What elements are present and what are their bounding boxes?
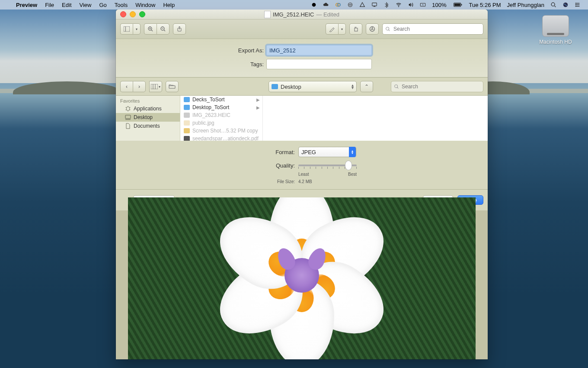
file-row[interactable]: IMG_2623.HEIC [180, 111, 262, 119]
file-row[interactable]: Desktop_ToSort▶ [180, 103, 262, 111]
svg-point-0 [312, 3, 316, 7]
status-black-dot-icon[interactable] [308, 2, 320, 8]
exportas-field[interactable] [266, 45, 372, 55]
titlebar[interactable]: IMG_2512.HEIC — Edited [116, 10, 488, 19]
share-button[interactable] [173, 23, 186, 35]
status-triangle-icon[interactable] [356, 2, 368, 8]
status-cloud-icon[interactable] [320, 2, 332, 8]
status-battery-icon[interactable] [450, 2, 466, 7]
zoom-in-button[interactable] [144, 23, 157, 35]
zoom-button[interactable] [139, 11, 145, 17]
file-row[interactable]: Decks_ToSort▶ [180, 96, 262, 103]
location-popup[interactable]: Desktop ▴▾ [268, 81, 357, 92]
document-proxy-icon [264, 11, 271, 18]
file-name: Decks_ToSort [192, 97, 225, 103]
sidebar-item-applications[interactable]: Applications [116, 104, 180, 113]
file-column: Decks_ToSort▶Desktop_ToSort▶IMG_2623.HEI… [180, 96, 263, 141]
status-volume-icon[interactable] [405, 2, 417, 8]
status-airplay-icon[interactable] [368, 2, 380, 8]
notification-center-icon[interactable] [572, 2, 584, 8]
svg-line-27 [164, 30, 165, 31]
markup-chevron[interactable]: ▾ [338, 23, 346, 35]
desktop-drive[interactable]: Macintosh HD [536, 15, 575, 45]
documents-icon [125, 123, 131, 129]
format-select[interactable]: JPEG ▴▾ [298, 147, 356, 157]
svg-point-5 [398, 6, 399, 7]
slider-thumb[interactable] [345, 161, 352, 170]
status-username[interactable]: Jeff Phungglan [504, 2, 548, 8]
toolbar-search-input[interactable] [393, 26, 480, 32]
slider-max-label: Best [348, 172, 357, 177]
applications-icon [125, 106, 131, 112]
status-bluetooth-icon[interactable] [380, 2, 393, 8]
file-row[interactable]: public.jpg [180, 119, 262, 127]
siri-icon[interactable] [559, 2, 572, 8]
search-icon [394, 84, 399, 89]
file-name: public.jpg [192, 120, 214, 126]
toolbar-search[interactable] [382, 23, 483, 35]
tags-field[interactable] [266, 59, 372, 69]
status-keyboard-icon[interactable]: A [417, 2, 429, 8]
close-button[interactable] [120, 11, 126, 17]
nav-forward-button[interactable]: › [133, 81, 146, 92]
folder-icon [184, 105, 190, 110]
nav-back-button[interactable]: ‹ [120, 81, 133, 92]
search-icon [385, 26, 390, 32]
zoom-out-button[interactable] [157, 23, 169, 35]
status-utility-icon[interactable] [332, 2, 344, 8]
sidebar-view-button[interactable] [120, 23, 133, 35]
menu-help[interactable]: Help [159, 2, 179, 8]
sidebar-item-desktop[interactable]: Desktop [116, 113, 180, 122]
file-row[interactable]: seedandspar…ationdeck.pdf [180, 135, 262, 141]
status-battery-percent[interactable]: 100% [429, 2, 449, 8]
file-name: seedandspar…ationdeck.pdf [192, 136, 259, 141]
menu-go[interactable]: Go [95, 2, 110, 8]
rotate-button[interactable] [349, 23, 362, 35]
hard-drive-icon [542, 15, 569, 37]
menu-file[interactable]: File [41, 2, 58, 8]
toolbar: ▾ ▾ [116, 19, 488, 39]
preview-window: IMG_2512.HEIC — Edited ▾ ▾ Export As: [116, 10, 488, 359]
status-wifi-icon[interactable] [393, 2, 405, 8]
group-button[interactable] [166, 81, 179, 92]
sidebar-item-documents[interactable]: Documents [116, 122, 180, 130]
file-name: Desktop_ToSort [192, 104, 229, 110]
sidebar: Favorites Applications Desktop Documents [116, 96, 180, 141]
svg-rect-39 [125, 115, 131, 119]
folder-icon [184, 97, 190, 102]
menu-window[interactable]: Window [131, 2, 159, 8]
format-panel: Format: JPEG ▴▾ Quality: Least Best File… [116, 141, 488, 190]
sidebar-view-chevron[interactable]: ▾ [133, 23, 141, 35]
spotlight-icon[interactable] [547, 2, 559, 8]
view-columns-button[interactable]: ▾ [149, 81, 162, 92]
slider-min-label: Least [298, 172, 309, 177]
chevron-right-icon: ▶ [256, 97, 260, 102]
status-clock[interactable]: Tue 5:26 PM [466, 2, 504, 8]
markup-button[interactable] [326, 23, 338, 35]
menu-edit[interactable]: Edit [58, 2, 75, 8]
status-globe-icon[interactable] [344, 2, 356, 8]
file-browser: Favorites Applications Desktop Documents… [116, 96, 488, 141]
browser-search-input[interactable] [401, 83, 480, 90]
collapse-button[interactable]: ⌃ [360, 81, 373, 92]
menubar: Preview File Edit View Go Tools Window H… [0, 0, 588, 10]
svg-line-23 [151, 30, 153, 31]
minimize-button[interactable] [130, 11, 136, 17]
svg-point-37 [395, 85, 398, 88]
menu-tools[interactable]: Tools [111, 2, 131, 8]
browser-search[interactable] [391, 81, 483, 92]
markup-toolbar-button[interactable] [366, 23, 379, 35]
quality-slider[interactable] [298, 161, 357, 170]
svg-rect-20 [124, 26, 130, 32]
jpg-icon [184, 120, 190, 126]
svg-text:A: A [422, 3, 424, 6]
menu-view[interactable]: View [76, 2, 96, 8]
tags-label: Tags: [129, 61, 266, 68]
svg-rect-30 [355, 28, 358, 31]
file-column-empty [263, 96, 488, 141]
image-content [128, 197, 476, 359]
file-row[interactable]: Screen Shot…5.32 PM copy [180, 127, 262, 135]
filesize-label: File Size: [129, 179, 298, 184]
svg-point-17 [575, 3, 576, 3]
menu-app[interactable]: Preview [12, 2, 41, 8]
